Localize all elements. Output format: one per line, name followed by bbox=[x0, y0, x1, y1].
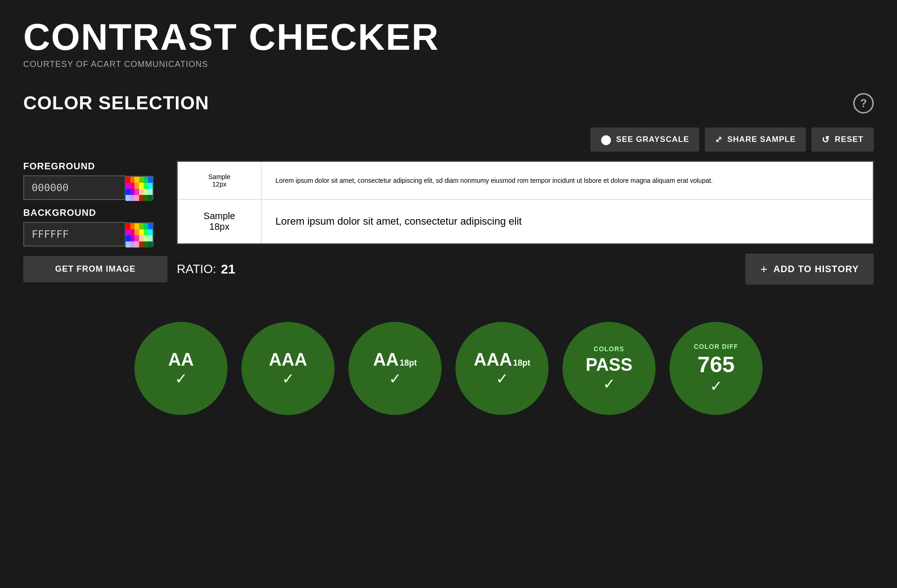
add-to-history-button[interactable]: + ADD TO HISTORY bbox=[745, 254, 874, 285]
preview-area: Sample12px Lorem ipsum dolor sit amet, c… bbox=[177, 161, 874, 285]
result-aa18-sub: 18pt bbox=[400, 358, 417, 368]
result-aaa18-main: AAA bbox=[474, 351, 512, 368]
preview-row-12: Sample12px Lorem ipsum dolor sit amet, c… bbox=[178, 162, 873, 200]
result-aa18-main: AA bbox=[373, 351, 399, 368]
preview-text-12-content: Lorem ipsum dolor sit amet, consectetur … bbox=[275, 175, 713, 186]
section-title: COLOR SELECTION bbox=[23, 93, 209, 114]
result-aaa-label: AAA bbox=[269, 351, 307, 368]
result-aa: AA ✓ bbox=[134, 322, 228, 415]
ratio-display: RATIO: 21 bbox=[177, 262, 235, 277]
preview-text-18: Lorem ipsum dolor sit amet, consectetur … bbox=[261, 200, 873, 243]
background-swatch[interactable] bbox=[126, 222, 154, 247]
result-colors-top: COLORS bbox=[594, 346, 624, 352]
result-aa18-check: ✓ bbox=[389, 371, 402, 386]
foreground-input[interactable] bbox=[23, 175, 126, 200]
result-aaa18: AAA 18pt ✓ bbox=[455, 322, 549, 415]
result-aa18: AA 18pt ✓ bbox=[348, 322, 442, 415]
toolbar: ⬤ SEE GRAYSCALE ⤢ SHARE SAMPLE ↺ RESET bbox=[590, 127, 874, 152]
background-input[interactable] bbox=[23, 222, 126, 247]
result-colordiff-check: ✓ bbox=[710, 379, 723, 394]
section-heading: COLOR SELECTION ? bbox=[23, 93, 874, 114]
share-label: SHARE SAMPLE bbox=[727, 135, 796, 144]
foreground-label: FOREGROUND bbox=[23, 161, 167, 172]
share-icon: ⤢ bbox=[715, 134, 723, 145]
preview-text-12: Lorem ipsum dolor sit amet, consectetur … bbox=[261, 162, 873, 199]
result-aaa18-label-group: AAA 18pt bbox=[474, 351, 530, 368]
reset-button[interactable]: ↺ RESET bbox=[811, 127, 874, 152]
result-aa-label: AA bbox=[168, 351, 194, 368]
ratio-row: RATIO: 21 + ADD TO HISTORY bbox=[177, 254, 874, 285]
result-colordiff: COLOR DIFF 765 ✓ bbox=[669, 322, 763, 415]
ratio-value: 21 bbox=[221, 262, 235, 277]
preview-label-18: Sample18px bbox=[178, 200, 261, 243]
result-aaa18-check: ✓ bbox=[496, 371, 509, 386]
swatch-grid-bg bbox=[126, 223, 153, 247]
result-colors-main: PASS bbox=[586, 356, 633, 374]
color-selection-section: COLOR SELECTION ? ⬤ SEE GRAYSCALE ⤢ SHAR… bbox=[23, 93, 874, 285]
background-input-row bbox=[23, 222, 167, 247]
background-label: BACKGROUND bbox=[23, 207, 167, 218]
main-content: FOREGROUND BACKGROUND bbox=[23, 161, 874, 285]
preview-label-12: Sample12px bbox=[178, 162, 261, 199]
result-colordiff-top: COLOR DIFF bbox=[694, 343, 738, 350]
ratio-label: RATIO: bbox=[177, 262, 216, 276]
preview-sample-12-label: Sample12px bbox=[208, 173, 230, 188]
reset-icon: ↺ bbox=[822, 134, 830, 145]
grayscale-button[interactable]: ⬤ SEE GRAYSCALE bbox=[590, 127, 699, 152]
preview-text-18-content: Lorem ipsum dolor sit amet, consectetur … bbox=[275, 215, 522, 227]
toggle-icon: ⬤ bbox=[601, 134, 611, 145]
grayscale-label: SEE GRAYSCALE bbox=[616, 135, 689, 144]
result-aaa18-sub: 18pt bbox=[513, 358, 530, 368]
page-container: CONTRAST CHECKER COURTESY OF ACART COMMU… bbox=[0, 0, 897, 452]
preview-row-18: Sample18px Lorem ipsum dolor sit amet, c… bbox=[178, 200, 873, 243]
add-history-label: ADD TO HISTORY bbox=[773, 264, 859, 274]
foreground-group: FOREGROUND bbox=[23, 161, 167, 200]
foreground-swatch[interactable] bbox=[126, 176, 154, 200]
result-aaa-check: ✓ bbox=[282, 371, 295, 386]
plus-icon: + bbox=[760, 262, 768, 276]
preview-box: Sample12px Lorem ipsum dolor sit amet, c… bbox=[177, 161, 874, 244]
result-aa18-label-group: AA 18pt bbox=[373, 351, 417, 368]
result-aa-check: ✓ bbox=[175, 371, 187, 386]
result-aaa: AAA ✓ bbox=[241, 322, 335, 415]
header: CONTRAST CHECKER COURTESY OF ACART COMMU… bbox=[23, 19, 874, 69]
foreground-input-row bbox=[23, 175, 167, 200]
reset-label: RESET bbox=[835, 135, 864, 144]
swatch-grid-fg bbox=[126, 177, 153, 201]
app-title: CONTRAST CHECKER bbox=[23, 19, 874, 56]
result-colordiff-number: 765 bbox=[697, 354, 735, 376]
color-panel: FOREGROUND BACKGROUND bbox=[23, 161, 167, 285]
help-icon[interactable]: ? bbox=[853, 93, 874, 114]
background-group: BACKGROUND bbox=[23, 207, 167, 247]
result-colors: COLORS PASS ✓ bbox=[562, 322, 656, 415]
get-from-image-button[interactable]: GET FROM IMAGE bbox=[23, 256, 167, 282]
preview-sample-18-label: Sample18px bbox=[204, 211, 235, 232]
app-subtitle: COURTESY OF ACART COMMUNICATIONS bbox=[23, 60, 874, 69]
share-button[interactable]: ⤢ SHARE SAMPLE bbox=[705, 127, 806, 152]
results-area: AA ✓ AAA ✓ AA 18pt ✓ AAA 18pt ✓ COLORS bbox=[23, 322, 874, 434]
result-colors-check: ✓ bbox=[603, 376, 616, 391]
